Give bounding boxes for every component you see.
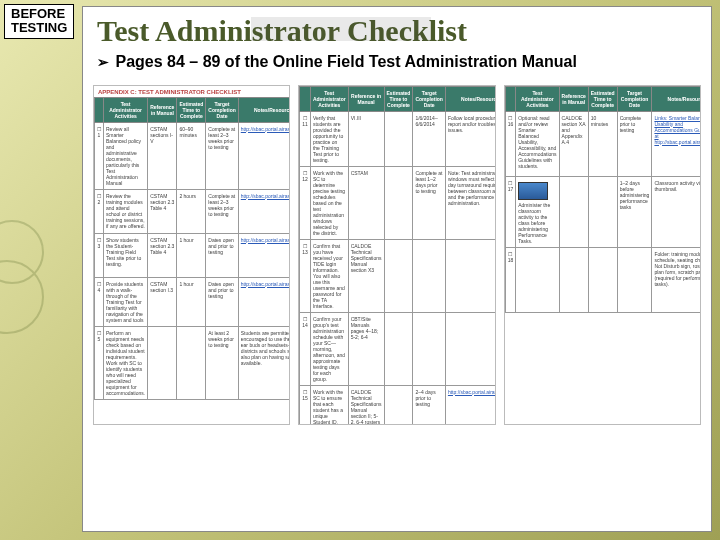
col-target: Target Completion Date (413, 86, 445, 111)
col-reference: Reference in Manual (559, 86, 588, 111)
col-notes: Notes/Resources (238, 97, 290, 122)
table-row: ☐ 17Administer the classroom activity to… (505, 176, 701, 247)
checklist-table-3: Test Administrator Activities Reference … (505, 86, 701, 313)
table-row: ☐ 2Review the training modules and atten… (95, 189, 291, 233)
col-target: Target Completion Date (206, 97, 238, 122)
video-thumbnail-icon (518, 182, 548, 200)
col-activities: Test Administrator Activities (310, 86, 348, 111)
title-accent-bar (251, 17, 431, 41)
col-notes: Notes/Resources (445, 86, 495, 111)
table-row: ☐ 18Folder: training modules, schedule, … (505, 247, 701, 312)
col-activities: Test Administrator Activities (104, 97, 148, 122)
col-target: Target Completion Date (617, 86, 652, 111)
table-row: ☐ 12Work with the SC to determine precis… (300, 166, 496, 239)
col-check (300, 86, 311, 111)
col-notes: Notes/Resources (652, 86, 701, 111)
table-row: ☐ 4Provide students with a walk-through … (95, 277, 291, 326)
table-row: ☐ 13Confirm that you have received your … (300, 239, 496, 312)
table-row: ☐ 1Review all Smarter Balanced policy an… (95, 122, 291, 189)
decorative-circles (0, 100, 80, 540)
appendix-label: APPENDIX C: TEST ADMINISTRATOR CHECKLIST (94, 86, 289, 97)
col-time: Estimated Time to Complete (588, 86, 617, 111)
bullet-icon: ➢ (97, 55, 109, 70)
col-check (95, 97, 104, 122)
checklist-table-2: Test Administrator Activities Reference … (299, 86, 495, 425)
col-reference: Reference in Manual (148, 97, 177, 122)
col-time: Estimated Time to Complete (384, 86, 413, 111)
checklist-page-3: Test Administrator Activities Reference … (504, 85, 701, 425)
checklist-page-2: Test Administrator Activities Reference … (298, 85, 495, 425)
slide-content: Test Administrator Checklist ➢ Pages 84 … (82, 6, 712, 532)
checklist-page-1: APPENDIX C: TEST ADMINISTRATOR CHECKLIST… (93, 85, 290, 425)
checklist-table-1: Test Administrator Activities Reference … (94, 97, 290, 400)
table-row: ☐ 16Optional: read and/or review Smarter… (505, 111, 701, 176)
col-check (505, 86, 516, 111)
col-activities: Test Administrator Activities (516, 86, 559, 111)
subtitle-text: Pages 84 – 89 of the Online Field Test A… (115, 53, 576, 70)
table-row: ☐ 5Perform an equipment needs check base… (95, 326, 291, 399)
slide-subtitle: ➢ Pages 84 – 89 of the Online Field Test… (97, 53, 697, 71)
col-time: Estimated Time to Complete (177, 97, 206, 122)
table-row: ☐ 11Verify that students are provided th… (300, 111, 496, 166)
badge-line1: BEFORE (11, 7, 67, 21)
table-row: ☐ 14Confirm your group's test administra… (300, 312, 496, 385)
col-reference: Reference in Manual (348, 86, 384, 111)
phase-badge: BEFORE TESTING (4, 4, 74, 39)
table-row: ☐ 3Show students the Student-Training Fi… (95, 233, 291, 277)
badge-line2: TESTING (11, 21, 67, 35)
checklist-thumbnails: APPENDIX C: TEST ADMINISTRATOR CHECKLIST… (83, 81, 711, 429)
table-row: ☐ 15Work with the SC to ensure that each… (300, 385, 496, 425)
